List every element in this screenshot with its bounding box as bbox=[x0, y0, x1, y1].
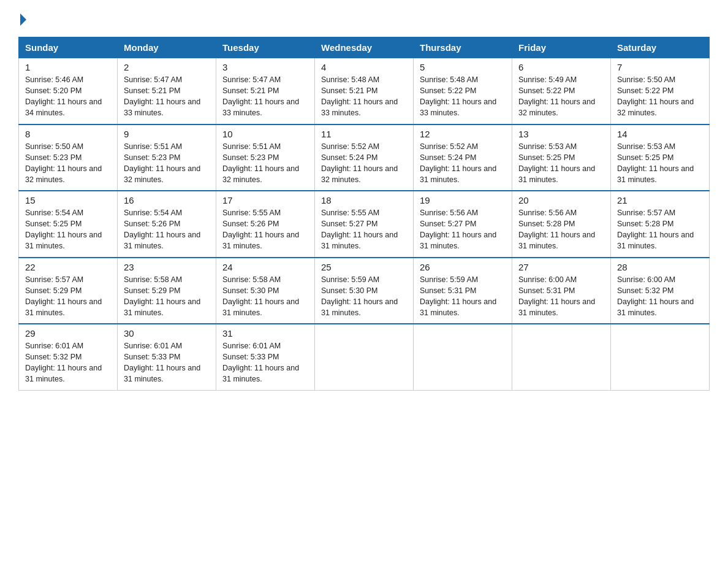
day-number: 28 bbox=[617, 262, 703, 272]
calendar-cell: 6 Sunrise: 5:49 AMSunset: 5:22 PMDayligh… bbox=[512, 58, 611, 124]
day-info: Sunrise: 5:54 AMSunset: 5:25 PMDaylight:… bbox=[25, 209, 102, 250]
calendar-cell: 24 Sunrise: 5:58 AMSunset: 5:30 PMDaylig… bbox=[216, 258, 315, 324]
calendar-cell: 25 Sunrise: 5:59 AMSunset: 5:30 PMDaylig… bbox=[315, 258, 414, 324]
calendar-cell bbox=[414, 324, 512, 390]
day-number: 11 bbox=[321, 129, 407, 139]
calendar-week-row: 15 Sunrise: 5:54 AMSunset: 5:25 PMDaylig… bbox=[19, 191, 710, 258]
day-info: Sunrise: 6:01 AMSunset: 5:32 PMDaylight:… bbox=[25, 342, 102, 383]
calendar-cell: 9 Sunrise: 5:51 AMSunset: 5:23 PMDayligh… bbox=[118, 124, 216, 191]
day-number: 13 bbox=[518, 129, 604, 139]
calendar-cell bbox=[315, 324, 414, 390]
calendar-cell: 31 Sunrise: 6:01 AMSunset: 5:33 PMDaylig… bbox=[216, 324, 315, 390]
day-number: 22 bbox=[25, 262, 111, 272]
day-number: 29 bbox=[25, 328, 111, 339]
day-info: Sunrise: 5:52 AMSunset: 5:24 PMDaylight:… bbox=[321, 142, 398, 184]
calendar-cell bbox=[611, 324, 710, 390]
day-number: 17 bbox=[222, 195, 308, 205]
calendar-cell: 13 Sunrise: 5:53 AMSunset: 5:25 PMDaylig… bbox=[512, 124, 611, 191]
day-number: 26 bbox=[420, 262, 506, 272]
calendar-cell: 3 Sunrise: 5:47 AMSunset: 5:21 PMDayligh… bbox=[216, 58, 315, 124]
calendar-cell: 20 Sunrise: 5:56 AMSunset: 5:28 PMDaylig… bbox=[512, 191, 611, 258]
day-info: Sunrise: 5:47 AMSunset: 5:21 PMDaylight:… bbox=[222, 75, 299, 117]
day-info: Sunrise: 5:54 AMSunset: 5:26 PMDaylight:… bbox=[124, 209, 200, 250]
calendar-cell: 10 Sunrise: 5:51 AMSunset: 5:23 PMDaylig… bbox=[216, 124, 315, 191]
day-info: Sunrise: 5:51 AMSunset: 5:23 PMDaylight:… bbox=[222, 142, 299, 184]
day-number: 19 bbox=[420, 195, 506, 205]
day-number: 20 bbox=[518, 195, 604, 205]
calendar-cell: 5 Sunrise: 5:48 AMSunset: 5:22 PMDayligh… bbox=[414, 58, 512, 124]
day-info: Sunrise: 5:50 AMSunset: 5:23 PMDaylight:… bbox=[25, 142, 102, 184]
day-info: Sunrise: 5:50 AMSunset: 5:22 PMDaylight:… bbox=[617, 75, 694, 117]
day-info: Sunrise: 5:58 AMSunset: 5:29 PMDaylight:… bbox=[124, 275, 200, 317]
day-info: Sunrise: 5:46 AMSunset: 5:20 PMDaylight:… bbox=[25, 75, 102, 117]
calendar-cell: 17 Sunrise: 5:55 AMSunset: 5:26 PMDaylig… bbox=[216, 191, 315, 258]
calendar-cell: 8 Sunrise: 5:50 AMSunset: 5:23 PMDayligh… bbox=[19, 124, 118, 191]
day-number: 18 bbox=[321, 195, 407, 205]
calendar-cell: 28 Sunrise: 6:00 AMSunset: 5:32 PMDaylig… bbox=[611, 258, 710, 324]
calendar-cell: 21 Sunrise: 5:57 AMSunset: 5:28 PMDaylig… bbox=[611, 191, 710, 258]
day-info: Sunrise: 5:53 AMSunset: 5:25 PMDaylight:… bbox=[518, 142, 595, 184]
day-number: 8 bbox=[25, 129, 111, 139]
day-info: Sunrise: 5:58 AMSunset: 5:30 PMDaylight:… bbox=[222, 275, 299, 317]
calendar-week-row: 1 Sunrise: 5:46 AMSunset: 5:20 PMDayligh… bbox=[19, 58, 710, 124]
logo-arrow-icon bbox=[20, 13, 26, 26]
day-number: 30 bbox=[124, 328, 210, 339]
day-number: 5 bbox=[420, 62, 506, 72]
calendar-cell: 18 Sunrise: 5:55 AMSunset: 5:27 PMDaylig… bbox=[315, 191, 414, 258]
day-number: 31 bbox=[222, 328, 308, 339]
logo bbox=[18, 12, 29, 26]
calendar-cell: 14 Sunrise: 5:53 AMSunset: 5:25 PMDaylig… bbox=[611, 124, 710, 191]
calendar-header-monday: Monday bbox=[118, 37, 216, 58]
calendar-cell: 30 Sunrise: 6:01 AMSunset: 5:33 PMDaylig… bbox=[118, 324, 216, 390]
calendar-cell: 4 Sunrise: 5:48 AMSunset: 5:21 PMDayligh… bbox=[315, 58, 414, 124]
day-info: Sunrise: 5:55 AMSunset: 5:27 PMDaylight:… bbox=[321, 209, 398, 250]
day-number: 3 bbox=[222, 62, 308, 72]
day-number: 16 bbox=[124, 195, 210, 205]
calendar-header-friday: Friday bbox=[512, 37, 611, 58]
calendar-cell bbox=[512, 324, 611, 390]
day-info: Sunrise: 5:51 AMSunset: 5:23 PMDaylight:… bbox=[124, 142, 200, 184]
day-number: 2 bbox=[124, 62, 210, 72]
calendar-cell: 12 Sunrise: 5:52 AMSunset: 5:24 PMDaylig… bbox=[414, 124, 512, 191]
day-info: Sunrise: 5:56 AMSunset: 5:27 PMDaylight:… bbox=[420, 209, 496, 250]
day-number: 12 bbox=[420, 129, 506, 139]
calendar-cell: 23 Sunrise: 5:58 AMSunset: 5:29 PMDaylig… bbox=[118, 258, 216, 324]
calendar-header-tuesday: Tuesday bbox=[216, 37, 315, 58]
calendar-week-row: 29 Sunrise: 6:01 AMSunset: 5:32 PMDaylig… bbox=[19, 324, 710, 390]
calendar-cell: 7 Sunrise: 5:50 AMSunset: 5:22 PMDayligh… bbox=[611, 58, 710, 124]
calendar-cell: 15 Sunrise: 5:54 AMSunset: 5:25 PMDaylig… bbox=[19, 191, 118, 258]
day-number: 23 bbox=[124, 262, 210, 272]
day-number: 25 bbox=[321, 262, 407, 272]
day-number: 27 bbox=[518, 262, 604, 272]
day-info: Sunrise: 5:57 AMSunset: 5:29 PMDaylight:… bbox=[25, 275, 102, 317]
day-info: Sunrise: 5:53 AMSunset: 5:25 PMDaylight:… bbox=[617, 142, 694, 184]
day-info: Sunrise: 5:52 AMSunset: 5:24 PMDaylight:… bbox=[420, 142, 496, 184]
day-info: Sunrise: 5:57 AMSunset: 5:28 PMDaylight:… bbox=[617, 209, 694, 250]
calendar-week-row: 22 Sunrise: 5:57 AMSunset: 5:29 PMDaylig… bbox=[19, 258, 710, 324]
calendar-cell: 1 Sunrise: 5:46 AMSunset: 5:20 PMDayligh… bbox=[19, 58, 118, 124]
day-info: Sunrise: 6:01 AMSunset: 5:33 PMDaylight:… bbox=[222, 342, 299, 383]
calendar-cell: 22 Sunrise: 5:57 AMSunset: 5:29 PMDaylig… bbox=[19, 258, 118, 324]
day-number: 1 bbox=[25, 62, 111, 72]
day-number: 14 bbox=[617, 129, 703, 139]
calendar-cell: 29 Sunrise: 6:01 AMSunset: 5:32 PMDaylig… bbox=[19, 324, 118, 390]
calendar-cell: 19 Sunrise: 5:56 AMSunset: 5:27 PMDaylig… bbox=[414, 191, 512, 258]
day-number: 4 bbox=[321, 62, 407, 72]
calendar-header-sunday: Sunday bbox=[19, 37, 118, 58]
day-info: Sunrise: 6:01 AMSunset: 5:33 PMDaylight:… bbox=[124, 342, 200, 383]
day-info: Sunrise: 5:49 AMSunset: 5:22 PMDaylight:… bbox=[518, 75, 595, 117]
day-info: Sunrise: 5:56 AMSunset: 5:28 PMDaylight:… bbox=[518, 209, 595, 250]
calendar-header-thursday: Thursday bbox=[414, 37, 512, 58]
day-info: Sunrise: 6:00 AMSunset: 5:32 PMDaylight:… bbox=[617, 275, 694, 317]
day-info: Sunrise: 6:00 AMSunset: 5:31 PMDaylight:… bbox=[518, 275, 595, 317]
day-info: Sunrise: 5:55 AMSunset: 5:26 PMDaylight:… bbox=[222, 209, 299, 250]
day-number: 21 bbox=[617, 195, 703, 205]
calendar-table: SundayMondayTuesdayWednesdayThursdayFrid… bbox=[18, 37, 710, 391]
day-number: 7 bbox=[617, 62, 703, 72]
day-info: Sunrise: 5:59 AMSunset: 5:31 PMDaylight:… bbox=[420, 275, 496, 317]
calendar-week-row: 8 Sunrise: 5:50 AMSunset: 5:23 PMDayligh… bbox=[19, 124, 710, 191]
day-number: 15 bbox=[25, 195, 111, 205]
day-number: 24 bbox=[222, 262, 308, 272]
day-number: 9 bbox=[124, 129, 210, 139]
calendar-cell: 26 Sunrise: 5:59 AMSunset: 5:31 PMDaylig… bbox=[414, 258, 512, 324]
